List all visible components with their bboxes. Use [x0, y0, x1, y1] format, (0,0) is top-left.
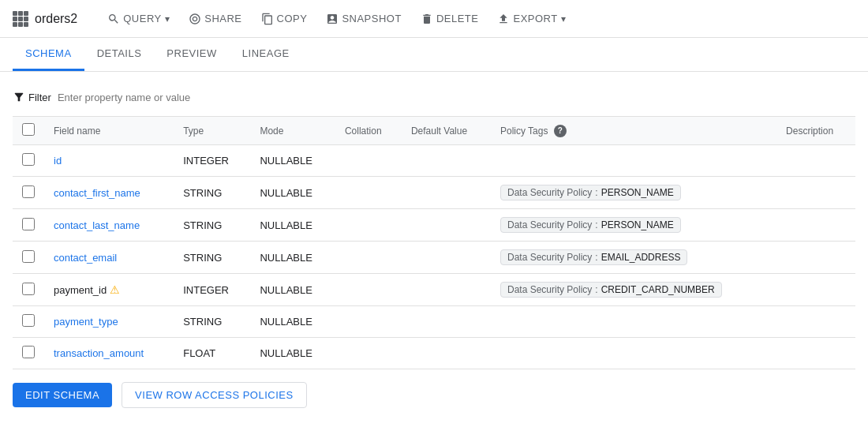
policy-tag-name: Data Security Policy	[507, 187, 592, 198]
policy-tags-cell: Data Security Policy : PERSON_NAME	[491, 209, 776, 242]
delete-button[interactable]: DELETE	[413, 8, 487, 30]
collation-cell	[335, 209, 402, 242]
field-name-link[interactable]: contact_email	[54, 252, 117, 264]
header: orders2 QUERY ▾ SHARE COPY SNAPSHOT DELE…	[0, 0, 868, 38]
type-cell: STRING	[174, 242, 250, 274]
tab-details[interactable]: DETAILS	[84, 38, 155, 71]
warning-icon: ⚠	[107, 283, 120, 296]
col-collation: Collation	[335, 117, 402, 145]
type-cell: INTEGER	[174, 145, 250, 177]
policy-tag-sep: :	[595, 219, 597, 230]
query-button[interactable]: QUERY ▾	[99, 8, 178, 30]
select-all-checkbox[interactable]	[22, 123, 35, 136]
description-cell	[776, 338, 855, 369]
collation-cell	[335, 145, 402, 177]
schema-table: Field name Type Mode Collation Default V…	[13, 116, 855, 369]
policy-tag[interactable]: Data Security Policy : EMAIL_ADDRESS	[500, 249, 687, 265]
field-name-link[interactable]: payment_type	[54, 316, 118, 328]
policy-tags-cell	[491, 338, 776, 369]
row-checkbox-row-contact-first-name[interactable]	[22, 185, 35, 198]
type-cell: INTEGER	[174, 274, 250, 306]
default-value-cell	[402, 306, 491, 338]
col-type: Type	[174, 117, 250, 145]
col-policy-tags: Policy Tags ?	[491, 117, 776, 145]
export-button[interactable]: EXPORT ▾	[489, 8, 574, 30]
type-cell: STRING	[174, 306, 250, 338]
row-checkbox-row-contact-last-name[interactable]	[22, 218, 35, 230]
description-cell	[776, 177, 855, 209]
col-mode: Mode	[250, 117, 335, 145]
table-row: contact_first_nameSTRINGNULLABLEData Sec…	[13, 177, 855, 209]
share-button[interactable]: SHARE	[181, 8, 249, 30]
export-chevron-icon: ▾	[561, 13, 567, 24]
footer: EDIT SCHEMA VIEW ROW ACCESS POLICIES	[0, 369, 868, 421]
edit-schema-button[interactable]: EDIT SCHEMA	[13, 383, 112, 407]
row-checkbox-row-id[interactable]	[22, 153, 35, 166]
copy-button[interactable]: COPY	[253, 8, 316, 30]
header-checkbox-cell	[13, 117, 44, 145]
copy-icon	[261, 13, 274, 25]
policy-tags-cell: Data Security Policy : PERSON_NAME	[491, 177, 776, 209]
tab-preview[interactable]: PREVIEW	[154, 38, 229, 71]
table-row: idINTEGERNULLABLE	[13, 145, 855, 177]
export-icon	[497, 13, 510, 25]
content-area: Filter Field name Type Mode Collation De…	[0, 72, 868, 369]
col-field-name: Field name	[44, 117, 174, 145]
snapshot-icon	[326, 13, 339, 25]
view-row-access-button[interactable]: VIEW ROW ACCESS POLICIES	[122, 382, 307, 408]
type-cell: STRING	[174, 209, 250, 242]
collation-cell	[335, 177, 402, 209]
snapshot-button[interactable]: SNAPSHOT	[318, 8, 410, 30]
mode-cell: NULLABLE	[250, 209, 335, 242]
field-name-link[interactable]: contact_first_name	[54, 187, 140, 199]
table-row: payment_typeSTRINGNULLABLE	[13, 306, 855, 338]
filter-input[interactable]	[58, 92, 190, 103]
policy-tags-cell	[491, 145, 776, 177]
default-value-cell	[402, 242, 491, 274]
policy-tags-help-icon[interactable]: ?	[554, 125, 567, 137]
grid-icon	[13, 11, 28, 27]
field-name-cell: payment_type	[44, 306, 174, 338]
row-checkbox-row-transaction-amount[interactable]	[22, 346, 35, 358]
table-row: payment_id ⚠INTEGERNULLABLEData Security…	[13, 274, 855, 306]
default-value-cell	[402, 177, 491, 209]
field-name-link[interactable]: transaction_amount	[54, 347, 144, 359]
field-name-cell: contact_last_name	[44, 209, 174, 242]
filter-bar: Filter	[13, 84, 855, 110]
collation-cell	[335, 242, 402, 274]
field-name-link[interactable]: contact_last_name	[54, 219, 140, 231]
policy-tag-name: Data Security Policy	[507, 284, 592, 295]
mode-cell: NULLABLE	[250, 177, 335, 209]
policy-tag-value: PERSON_NAME	[601, 187, 674, 198]
filter-icon	[13, 91, 25, 103]
row-checkbox-row-contact-email[interactable]	[22, 250, 35, 263]
table-row: contact_emailSTRINGNULLABLEData Security…	[13, 242, 855, 274]
mode-cell: NULLABLE	[250, 338, 335, 369]
row-checkbox-row-payment-type[interactable]	[22, 314, 35, 327]
tabs-bar: SCHEMA DETAILS PREVIEW LINEAGE	[0, 38, 868, 72]
field-name-text: payment_id	[54, 284, 107, 296]
collation-cell	[335, 274, 402, 306]
policy-tag-sep: :	[595, 284, 597, 295]
policy-tag-value: PERSON_NAME	[601, 219, 674, 230]
search-icon	[107, 13, 120, 25]
field-name-link[interactable]: id	[54, 155, 62, 167]
policy-tag[interactable]: Data Security Policy : PERSON_NAME	[500, 217, 681, 233]
collation-cell	[335, 338, 402, 369]
policy-tag[interactable]: Data Security Policy : PERSON_NAME	[500, 185, 681, 200]
header-logo: orders2	[13, 11, 90, 27]
mode-cell: NULLABLE	[250, 242, 335, 274]
type-cell: FLOAT	[174, 338, 250, 369]
row-checkbox-row-payment-id[interactable]	[22, 283, 35, 295]
default-value-cell	[402, 145, 491, 177]
policy-tags-cell: Data Security Policy : EMAIL_ADDRESS	[491, 242, 776, 274]
field-name-cell: payment_id ⚠	[44, 274, 174, 306]
tab-schema[interactable]: SCHEMA	[13, 38, 84, 71]
filter-label: Filter	[13, 91, 51, 103]
tab-lineage[interactable]: LINEAGE	[230, 38, 302, 71]
default-value-cell	[402, 209, 491, 242]
table-row: contact_last_nameSTRINGNULLABLEData Secu…	[13, 209, 855, 242]
policy-tag[interactable]: Data Security Policy : CREDIT_CARD_NUMBE…	[500, 282, 722, 298]
share-icon	[189, 13, 201, 25]
field-name-cell: contact_first_name	[44, 177, 174, 209]
